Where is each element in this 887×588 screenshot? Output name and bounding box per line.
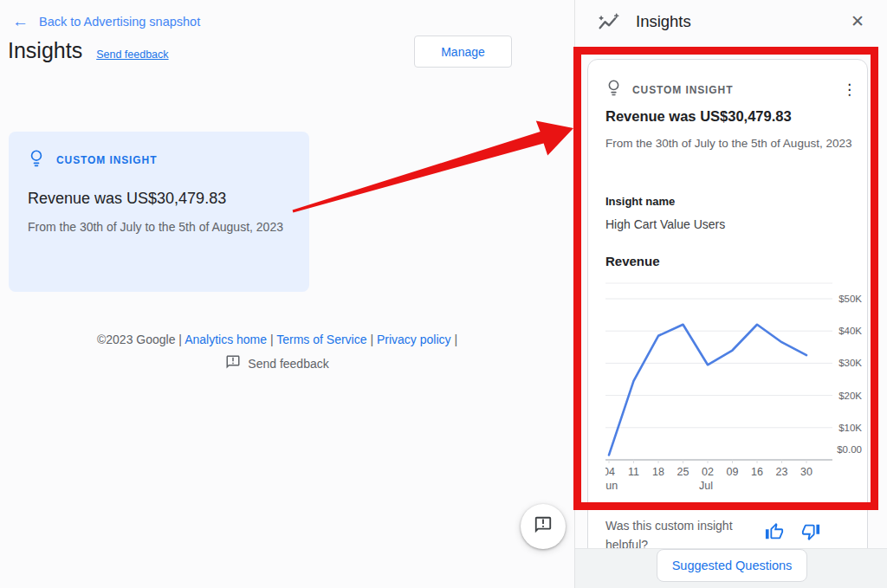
revenue-chart: $50K$40K$30K$20K$10K$0.00041118250209162… bbox=[605, 281, 862, 498]
page-header: Insights Send feedback bbox=[8, 38, 169, 63]
insight-name-value: High Cart Value Users bbox=[605, 217, 725, 231]
svg-text:18: 18 bbox=[652, 466, 664, 478]
custom-insight-detail-card: CUSTOM INSIGHT ⋮ Revenue was US$30,479.8… bbox=[587, 59, 868, 565]
send-feedback-link[interactable]: Send feedback bbox=[96, 48, 168, 61]
svg-text:04: 04 bbox=[605, 466, 615, 478]
svg-text:25: 25 bbox=[677, 466, 690, 478]
svg-text:11: 11 bbox=[628, 466, 639, 478]
lightbulb-icon bbox=[605, 79, 622, 100]
feedback-bubble-icon bbox=[534, 515, 553, 538]
thumb-up-icon[interactable] bbox=[765, 522, 784, 545]
lightbulb-icon bbox=[28, 149, 45, 171]
custom-insight-label: CUSTOM INSIGHT bbox=[632, 84, 832, 96]
svg-text:$20K: $20K bbox=[838, 391, 862, 401]
svg-text:Jun: Jun bbox=[605, 480, 618, 492]
kebab-menu-icon[interactable]: ⋮ bbox=[842, 82, 857, 97]
svg-text:$0.00: $0.00 bbox=[837, 444, 862, 455]
panel-title: Insights bbox=[636, 12, 691, 31]
metric-label: Revenue bbox=[605, 254, 660, 268]
feedback-floating-button[interactable] bbox=[521, 504, 566, 549]
svg-text:$50K: $50K bbox=[838, 294, 862, 304]
footer-line-1: ©2023 Google | Analytics home | Terms of… bbox=[0, 331, 554, 350]
insight-name-label: Insight name bbox=[605, 195, 675, 208]
svg-text:09: 09 bbox=[727, 466, 739, 478]
custom-insight-card[interactable]: CUSTOM INSIGHT Revenue was US$30,479.83 … bbox=[9, 132, 309, 292]
copyright-text: ©2023 Google bbox=[97, 333, 176, 346]
svg-text:Jul: Jul bbox=[699, 480, 713, 492]
insight-title: Revenue was US$30,479.83 bbox=[28, 190, 290, 208]
svg-text:30: 30 bbox=[800, 466, 813, 478]
custom-insight-label: CUSTOM INSIGHT bbox=[56, 154, 157, 166]
back-link-label: Back to Advertising snapshot bbox=[39, 15, 200, 29]
feedback-bubble-icon bbox=[225, 354, 241, 376]
suggested-questions-button[interactable]: Suggested Questions bbox=[657, 549, 807, 582]
page-title: Insights bbox=[8, 38, 82, 63]
footer-send-feedback-label: Send feedback bbox=[248, 355, 328, 374]
back-to-advertising-link[interactable]: ← Back to Advertising snapshot bbox=[12, 13, 200, 29]
svg-text:$10K: $10K bbox=[838, 423, 862, 433]
svg-text:$40K: $40K bbox=[838, 326, 862, 336]
page-footer: ©2023 Google | Analytics home | Terms of… bbox=[0, 331, 554, 375]
thumb-down-icon[interactable] bbox=[801, 522, 820, 545]
main-content: ← Back to Advertising snapshot Insights … bbox=[0, 0, 574, 588]
svg-text:23: 23 bbox=[776, 466, 788, 478]
insight-subtitle: From the 30th of July to the 5th of Augu… bbox=[605, 134, 855, 153]
back-arrow-icon: ← bbox=[12, 13, 29, 29]
svg-text:16: 16 bbox=[751, 466, 763, 478]
svg-text:$30K: $30K bbox=[838, 358, 862, 368]
privacy-policy-link[interactable]: Privacy policy bbox=[377, 333, 451, 346]
insight-subtitle: From the 30th of July to the 5th of Augu… bbox=[28, 218, 288, 237]
close-icon[interactable]: ✕ bbox=[851, 11, 864, 31]
analytics-home-link[interactable]: Analytics home bbox=[185, 333, 267, 346]
insights-sparkline-icon bbox=[596, 11, 620, 39]
svg-text:02: 02 bbox=[702, 466, 714, 478]
insight-title: Revenue was US$30,479.83 bbox=[605, 108, 792, 125]
terms-of-service-link[interactable]: Terms of Service bbox=[276, 333, 366, 346]
manage-button[interactable]: Manage bbox=[414, 36, 512, 68]
footer-send-feedback[interactable]: Send feedback bbox=[0, 354, 554, 376]
